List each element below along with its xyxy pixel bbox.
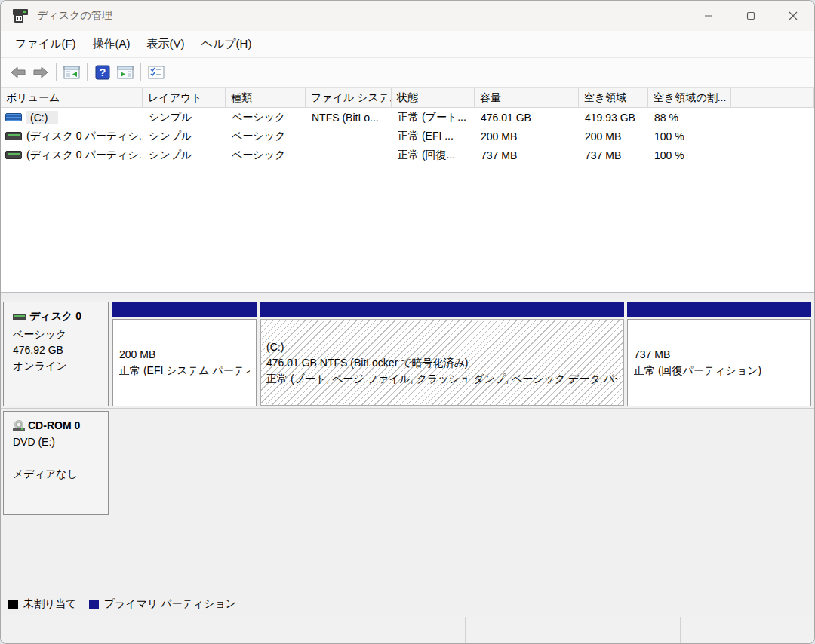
- action-pane-icon[interactable]: [114, 61, 137, 84]
- volume-free: 737 MB: [579, 146, 648, 164]
- menu-help[interactable]: ヘルプ(H): [193, 32, 260, 56]
- toolbar: ?: [1, 58, 814, 87]
- partition-title: (C:): [266, 339, 617, 355]
- help-icon[interactable]: ?: [91, 61, 114, 84]
- disk0-row: ディスク 0 ベーシック 476.92 GB オンライン 200 MB 正常 (…: [1, 299, 814, 409]
- partition-color-band: [260, 302, 624, 317]
- menu-view[interactable]: 表示(V): [139, 32, 193, 56]
- partition-status: 正常 (ブート, ページ ファイル, クラッシュ ダンプ, ベーシック データ …: [266, 371, 617, 387]
- partition-size: 737 MB: [634, 347, 804, 363]
- status-panel: [1, 617, 466, 643]
- svg-text:?: ?: [100, 66, 106, 78]
- minimize-button[interactable]: [687, 1, 730, 31]
- legend-primary-label: プライマリ パーティション: [104, 597, 237, 611]
- volume-capacity: 476.01 GB: [475, 108, 579, 127]
- column-header-capacity[interactable]: 容量: [475, 88, 579, 107]
- close-button[interactable]: [772, 1, 814, 31]
- partition-status: 正常 (EFI システム パーティ: [119, 363, 250, 379]
- volume-free-pct: 88 %: [648, 108, 731, 127]
- disk0-size: 476.92 GB: [13, 342, 103, 358]
- disk-management-window: ディスクの管理 ファイル(F) 操作(A) 表示(V) ヘルプ(H): [0, 0, 815, 644]
- column-header-filler: [731, 88, 814, 107]
- volume-filesystem: NTFS (BitLo...: [306, 108, 392, 127]
- volume-free: 419.93 GB: [579, 108, 648, 127]
- volume-row-recovery[interactable]: (ディスク 0 パーティシ... シンプル ベーシック 正常 (回復... 73…: [1, 146, 814, 164]
- volume-name: (ディスク 0 パーティシ...: [26, 130, 143, 143]
- volume-filesystem: [306, 146, 392, 164]
- titlebar: ディスクの管理: [1, 1, 814, 31]
- volume-list-pane: ボリューム レイアウト 種類 ファイル システム 状態 容量 空き領域 空き領域…: [1, 87, 814, 293]
- status-bar: [1, 615, 814, 643]
- window-controls: [687, 1, 814, 31]
- partition-size: 476.01 GB NTFS (BitLocker で暗号化済み): [266, 355, 617, 371]
- cdrom-media-status: メディアなし: [13, 466, 103, 482]
- back-icon[interactable]: [7, 61, 29, 84]
- column-header-volume[interactable]: ボリューム: [1, 88, 143, 107]
- maximize-button[interactable]: [730, 1, 772, 31]
- disk0-status: オンライン: [13, 358, 103, 374]
- pane-splitter[interactable]: [1, 293, 814, 299]
- toolbar-separator: [140, 63, 141, 81]
- volume-name: (C:): [26, 111, 58, 124]
- volume-row-c[interactable]: (C:) シンプル ベーシック NTFS (BitLo... 正常 (ブート..…: [1, 108, 814, 127]
- toolbar-separator: [87, 63, 88, 81]
- volume-free: 200 MB: [579, 127, 648, 146]
- volume-free-pct: 100 %: [648, 127, 731, 146]
- properties-icon[interactable]: [145, 61, 168, 84]
- volume-drive-icon: [5, 132, 22, 140]
- disk0-partitions: 200 MB 正常 (EFI システム パーティ (C:) 476.01 GB …: [112, 302, 811, 406]
- disk0-kind: ベーシック: [13, 327, 103, 342]
- disk-management-app-icon: [11, 8, 29, 23]
- forward-icon[interactable]: [29, 61, 52, 84]
- volume-layout: シンプル: [143, 108, 226, 127]
- legend-unallocated-swatch: [8, 600, 18, 609]
- status-panel: [681, 617, 814, 643]
- volume-type: ベーシック: [226, 108, 306, 127]
- console-tree-icon[interactable]: [60, 61, 83, 84]
- menubar: ファイル(F) 操作(A) 表示(V) ヘルプ(H): [1, 31, 814, 58]
- partition-status: 正常 (回復パーティション): [634, 363, 804, 379]
- volume-type: ベーシック: [226, 146, 306, 164]
- volume-row-efi[interactable]: (ディスク 0 パーティシ... シンプル ベーシック 正常 (EFI ... …: [1, 127, 814, 146]
- partition-size: 200 MB: [119, 347, 250, 363]
- volume-filesystem: [306, 127, 392, 146]
- legend-primary-swatch: [89, 600, 99, 609]
- volume-list-header: ボリューム レイアウト 種類 ファイル システム 状態 容量 空き領域 空き領域…: [1, 87, 814, 108]
- volume-capacity: 200 MB: [475, 127, 579, 146]
- column-header-free-pct[interactable]: 空き領域の割...: [648, 88, 731, 107]
- column-header-free[interactable]: 空き領域: [579, 88, 648, 107]
- partition-efi[interactable]: 200 MB 正常 (EFI システム パーティ: [112, 302, 257, 406]
- partition-c[interactable]: (C:) 476.01 GB NTFS (BitLocker で暗号化済み) 正…: [260, 302, 624, 406]
- window-title: ディスクの管理: [37, 9, 112, 23]
- volume-layout: シンプル: [143, 146, 226, 164]
- menu-file[interactable]: ファイル(F): [7, 32, 85, 56]
- cdrom-drive: DVD (E:): [13, 434, 103, 450]
- status-panel: [466, 617, 681, 643]
- column-header-layout[interactable]: レイアウト: [143, 88, 226, 107]
- legend-bar: 未割り当て プライマリ パーティション: [1, 593, 814, 615]
- cdrom-row: CD-ROM 0 DVD (E:) メディアなし: [1, 409, 814, 517]
- partition-color-band: [112, 302, 257, 317]
- volume-capacity: 737 MB: [475, 146, 579, 164]
- cdrom-icon: [13, 420, 26, 431]
- disk0-label-box[interactable]: ディスク 0 ベーシック 476.92 GB オンライン: [3, 302, 109, 406]
- disk-icon: [13, 314, 26, 320]
- legend-unallocated-label: 未割り当て: [23, 597, 77, 611]
- partition-recovery[interactable]: 737 MB 正常 (回復パーティション): [627, 302, 811, 406]
- volume-drive-icon: [5, 151, 22, 159]
- cdrom-name: CD-ROM 0: [28, 419, 80, 431]
- cdrom-label-box[interactable]: CD-ROM 0 DVD (E:) メディアなし: [3, 411, 109, 515]
- column-header-status[interactable]: 状態: [392, 88, 475, 107]
- volume-drive-icon: [5, 113, 22, 121]
- menu-action[interactable]: 操作(A): [85, 32, 139, 56]
- volume-status: 正常 (EFI ...: [392, 127, 475, 146]
- volume-status: 正常 (ブート...: [392, 108, 475, 127]
- toolbar-separator: [56, 63, 57, 81]
- disk0-name: ディスク 0: [29, 310, 82, 324]
- volume-name: (ディスク 0 パーティシ...: [26, 149, 143, 162]
- volume-status: 正常 (回復...: [392, 146, 475, 164]
- volume-layout: シンプル: [143, 127, 226, 146]
- volume-type: ベーシック: [226, 127, 306, 146]
- column-header-type[interactable]: 種類: [226, 88, 306, 107]
- column-header-filesystem[interactable]: ファイル システム: [306, 88, 392, 107]
